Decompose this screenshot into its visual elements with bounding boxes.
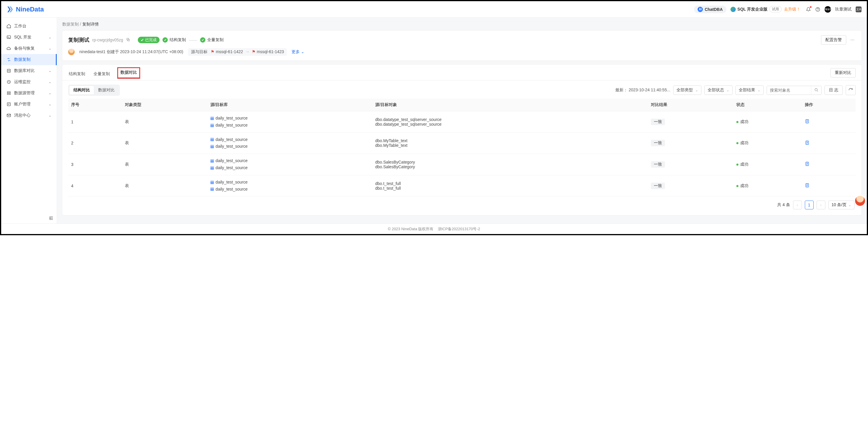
- pager-prev[interactable]: ‹: [793, 201, 802, 209]
- chevron-down-icon: ⌄: [49, 35, 52, 39]
- search-icon[interactable]: [811, 86, 821, 95]
- support-avatar[interactable]: [855, 196, 865, 206]
- select-label: 全部状态: [708, 88, 724, 93]
- pager-page-1[interactable]: 1: [805, 201, 814, 209]
- svg-rect-5: [7, 92, 10, 93]
- tab-structure[interactable]: 结构复制: [68, 68, 86, 80]
- select-label: 全部类型: [676, 88, 693, 93]
- notification-icon[interactable]: [806, 7, 811, 12]
- flag-icon: ⚑: [252, 49, 256, 54]
- target-name: mssql-61-1423: [257, 49, 284, 54]
- filter-status-select[interactable]: 全部状态⌄: [704, 86, 733, 95]
- subtab-structure-compare[interactable]: 结构对比: [69, 86, 94, 95]
- subtab-data-compare[interactable]: 数据对比: [94, 86, 119, 95]
- chevron-down-icon: ⌄: [301, 49, 304, 54]
- chevron-down-icon: ⌄: [49, 102, 52, 106]
- breadcrumb-current: 复制详情: [82, 22, 99, 27]
- cell-index: 3: [68, 154, 122, 175]
- header-card: 复制测试 rp-cwgcjdgv05zg ✔已完成 ✔结构复制 —— ✔全量复制…: [62, 31, 862, 61]
- config-alert-button[interactable]: 配置告警: [821, 35, 846, 45]
- upgrade-link[interactable]: 去升级！: [784, 7, 800, 12]
- breadcrumb-parent[interactable]: 数据复制: [62, 22, 79, 27]
- sidebar-item-label: 备份与恢复: [14, 46, 35, 51]
- refresh-icon[interactable]: [846, 85, 856, 95]
- logo-icon: [6, 6, 14, 13]
- svg-rect-2: [7, 36, 10, 38]
- chatdba-label: ChatDBA: [705, 7, 722, 12]
- username-label[interactable]: 玖章测试: [835, 7, 851, 12]
- chevron-down-icon: ⌄: [848, 203, 851, 207]
- log-button[interactable]: 日 志: [825, 86, 843, 95]
- database-icon: [210, 124, 214, 127]
- cell-objtype: 表: [122, 111, 207, 133]
- pager: 共 4 条 ‹ 1 › 10 条/页⌄: [68, 197, 856, 210]
- chevron-down-icon: ⌄: [757, 88, 761, 92]
- ai-icon: AI: [698, 7, 703, 12]
- monitor-icon: [6, 79, 11, 84]
- cell-objtype: 表: [122, 175, 207, 197]
- chevron-down-icon: ⌄: [49, 91, 52, 95]
- recompare-button[interactable]: 重新对比: [830, 68, 856, 77]
- notification-dot: [810, 6, 812, 8]
- cell-index: 2: [68, 132, 122, 154]
- sidebar-item-messages[interactable]: 消息中心 ⌄: [1, 110, 57, 121]
- more-link[interactable]: 更多 ⌄: [291, 49, 304, 55]
- step-full: ✔全量复制: [200, 37, 224, 42]
- copy-icon[interactable]: [126, 38, 130, 42]
- chevron-down-icon: ⌄: [49, 69, 52, 73]
- detail-icon[interactable]: [805, 184, 809, 189]
- latest-time: 2023-10-24 11:40:55...: [628, 88, 670, 92]
- chevron-down-icon: ⌄: [726, 88, 729, 92]
- language-icon[interactable]: 文A: [856, 6, 862, 12]
- sidebar-item-workspace[interactable]: 工作台: [1, 21, 57, 32]
- cell-srcdst-db: daily_test_source daily_test_source: [208, 154, 372, 175]
- creator-info: ninedata-test1 创建于 2023-10-24 11:24:07(U…: [79, 49, 183, 55]
- sidebar-item-account[interactable]: 账户管理 ⌄: [1, 99, 57, 110]
- sidebar-item-ops-monitor[interactable]: 运维监控 ⌄: [1, 76, 57, 88]
- datasource-icon: [6, 91, 11, 96]
- table-row: 2 表 daily_test_source daily_test_source …: [68, 132, 856, 154]
- sidebar-item-datasource[interactable]: 数据源管理 ⌄: [1, 88, 57, 99]
- detail-icon[interactable]: [805, 141, 809, 146]
- sidebar-item-label: 消息中心: [14, 113, 31, 118]
- sidebar-collapse-icon[interactable]: [49, 215, 54, 222]
- target-db[interactable]: ⚑mssql-61-1423: [252, 49, 284, 54]
- cloud-sync-icon: [6, 46, 11, 51]
- sidebar-item-label: SQL 开发: [14, 35, 31, 40]
- source-db[interactable]: ⚑mssql-61-1422: [211, 49, 243, 54]
- help-icon[interactable]: [815, 7, 820, 12]
- chatdba-button[interactable]: AI ChatDBA: [694, 6, 726, 13]
- tab-data-compare[interactable]: 数据对比: [118, 68, 140, 78]
- cell-result: 一致: [648, 132, 733, 154]
- account-icon: [6, 102, 11, 107]
- filter-result-select[interactable]: 全部结果⌄: [736, 86, 764, 95]
- latest-label: 最新： 2023-10-24 11:40:55...: [615, 88, 671, 93]
- cell-srcdst-obj: dbo.MyTable_textdbo.MyTable_text: [372, 132, 648, 154]
- more-icon[interactable]: ⋯: [849, 38, 856, 42]
- pager-size-select[interactable]: 10 条/页⌄: [828, 201, 855, 209]
- pager-next[interactable]: ›: [816, 201, 826, 209]
- cell-status: 成功: [734, 132, 802, 154]
- database-icon: [210, 145, 214, 148]
- sidebar-item-backup[interactable]: 备份与恢复 ⌄: [1, 43, 57, 54]
- table-row: 1 表 daily_test_source daily_test_source …: [68, 111, 856, 133]
- tab-full[interactable]: 全量复制: [93, 68, 111, 80]
- filter-type-select[interactable]: 全部类型⌄: [673, 86, 702, 95]
- globe-icon: [731, 7, 736, 12]
- detail-icon[interactable]: [805, 162, 809, 167]
- filter-row: 结构对比 数据对比 最新： 2023-10-24 11:40:55... 全部类…: [68, 84, 856, 96]
- col-status: 状态: [734, 99, 802, 111]
- sidebar-item-sql-dev[interactable]: SQL 开发 ⌄: [1, 32, 57, 43]
- sidebar-item-data-replication[interactable]: 数据复制: [1, 54, 57, 65]
- replication-id: rp-cwgcjdgv05zg: [92, 38, 123, 42]
- avatar: [68, 49, 74, 55]
- sidebar-item-label: 数据源管理: [14, 91, 35, 96]
- main-area: 数据复制 / 复制详情 复制测试 rp-cwgcjdgv05zg ✔已完成 ✔结…: [57, 18, 867, 224]
- brand-logo[interactable]: NineData: [6, 6, 44, 13]
- database-icon: [210, 187, 214, 191]
- cell-srcdst-db: daily_test_source daily_test_source: [208, 175, 372, 197]
- sidebar-item-db-compare[interactable]: 数据库对比 ⌄: [1, 65, 57, 76]
- search-input[interactable]: [767, 86, 811, 95]
- col-index: 序号: [68, 99, 122, 111]
- detail-icon[interactable]: [805, 120, 809, 125]
